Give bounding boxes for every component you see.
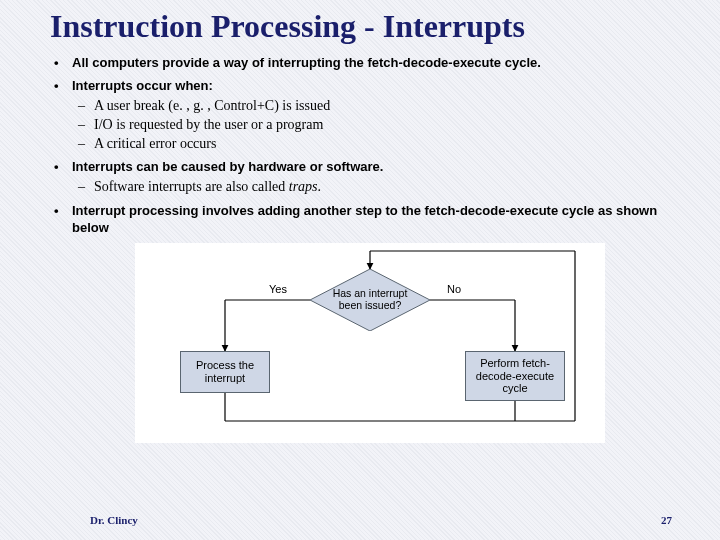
bullet-3-sub-1: Software interrupts are also called trap… <box>72 178 690 197</box>
no-label: No <box>447 283 461 295</box>
bullet-1-text: All computers provide a way of interrupt… <box>72 55 541 70</box>
bullet-2: Interrupts occur when: A user break (e. … <box>50 78 690 154</box>
bullet-2-sub-2: I/O is requested by the user or a progra… <box>72 116 690 135</box>
page-number: 27 <box>661 514 672 526</box>
bullet-list: All computers provide a way of interrupt… <box>50 55 690 237</box>
bullet-1: All computers provide a way of interrupt… <box>50 55 690 72</box>
flowchart: Has an interrupt been issued? Yes No Pro… <box>135 243 605 443</box>
process-interrupt-box: Process the interrupt <box>180 351 270 393</box>
bullet-3-text: Interrupts can be caused by hardware or … <box>72 159 383 174</box>
footer-author: Dr. Clincy <box>90 514 138 526</box>
decision-text: Has an interrupt been issued? <box>310 269 430 331</box>
bullet-2-text: Interrupts occur when: <box>72 78 213 93</box>
yes-label: Yes <box>269 283 287 295</box>
bullet-2-sub-1: A user break (e. , g. , Control+C) is is… <box>72 97 690 116</box>
slide-title: Instruction Processing - Interrupts <box>50 8 690 45</box>
fetch-decode-execute-box: Perform fetch-decode-execute cycle <box>465 351 565 401</box>
bullet-4: Interrupt processing involves adding ano… <box>50 203 690 237</box>
bullet-4-text: Interrupt processing involves adding ano… <box>72 203 657 235</box>
decision-node: Has an interrupt been issued? <box>310 269 430 331</box>
bullet-2-sub-3: A critical error occurs <box>72 135 690 154</box>
bullet-3: Interrupts can be caused by hardware or … <box>50 159 690 197</box>
